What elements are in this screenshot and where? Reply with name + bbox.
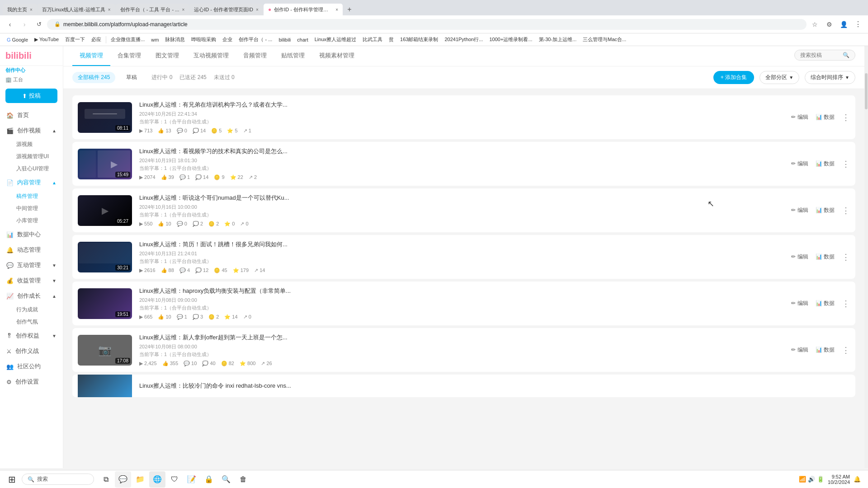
- sidebar-item-data[interactable]: 📊 数据中心: [0, 227, 63, 242]
- edit-btn-6[interactable]: ✏ 编辑: [791, 346, 808, 354]
- tab-1[interactable]: 我的主页 ×: [3, 4, 37, 15]
- address-bar[interactable]: 🔒 member.bilibili.com/platform/upload-ma…: [47, 19, 807, 30]
- bookmark-baidu[interactable]: 百度一下: [62, 35, 88, 44]
- video-title-7[interactable]: Linux擦人运维：比较冷门的命令 inxi redhat-lsb-core v…: [139, 382, 850, 390]
- edit-btn-3[interactable]: ✏ 编辑: [791, 206, 808, 214]
- sidebar-item-interactive[interactable]: 💬 互动管理 ▼: [0, 258, 63, 273]
- bookmark-ops[interactable]: 1000+运维录制看...: [486, 35, 535, 44]
- tab-2[interactable]: 百万Linux线人运维-运维工具 ×: [38, 4, 115, 15]
- taskbar-icon-chat[interactable]: 💬: [115, 471, 131, 488]
- more-btn-5[interactable]: ⋮: [842, 299, 850, 309]
- video-title-6[interactable]: Linux擦人运维：新人拿到offer超到第一天上班是一个怎...: [139, 333, 784, 342]
- video-title-5[interactable]: Linux擦人运维：haproxy负载均衡安装与配置（非常简单...: [139, 287, 784, 295]
- tab-3[interactable]: 创作平台（ - 工具 平台 - ... ×: [116, 4, 189, 15]
- bookmark-poor[interactable]: 贫: [386, 35, 397, 44]
- data-btn-3[interactable]: 📊 数据: [816, 206, 835, 214]
- more-btn-2[interactable]: ⋮: [842, 159, 850, 169]
- taskbar-icon-notes[interactable]: 📝: [184, 471, 200, 488]
- sidebar-item-growth[interactable]: 📈 创作成长 ▲: [0, 288, 63, 304]
- tab-audio-mgmt[interactable]: 音频管理: [236, 46, 274, 66]
- tab-article-mgmt[interactable]: 图文管理: [148, 46, 186, 66]
- bookmark-163[interactable]: 163邮箱结束录制: [397, 35, 441, 44]
- sidebar-sub-achievement[interactable]: 行为成就: [0, 304, 63, 316]
- tab-interactive-video[interactable]: 互动视频管理: [186, 46, 236, 66]
- sidebar-sub-draft[interactable]: 稿件管理: [0, 190, 63, 202]
- tab-collection-mgmt[interactable]: 合集管理: [110, 46, 148, 66]
- sound-icon[interactable]: 🔊: [808, 476, 815, 483]
- more-btn-1[interactable]: ⋮: [842, 113, 850, 122]
- filter-draft[interactable]: 草稿: [121, 72, 142, 83]
- sidebar-sub-source-mgmt[interactable]: 源视频管理UI: [0, 150, 63, 163]
- upload-button[interactable]: ⬆ 投稿: [5, 89, 57, 103]
- data-btn-6[interactable]: 📊 数据: [816, 346, 835, 354]
- sidebar-sub-settle[interactable]: 入驻心UI管理: [0, 163, 63, 175]
- filter-all[interactable]: 全部稿件 245: [72, 72, 115, 83]
- search-input[interactable]: [800, 52, 841, 58]
- more-btn-3[interactable]: ⋮: [842, 206, 850, 216]
- video-title-4[interactable]: Linux擦人运维：简历！面试！跳槽！很多兄弟问我如何...: [139, 240, 784, 249]
- tab-1-close[interactable]: ×: [30, 7, 33, 12]
- video-thumb-4[interactable]: 30:21: [78, 242, 132, 272]
- new-tab-btn[interactable]: +: [343, 4, 356, 15]
- video-title-1[interactable]: Linux擦人运维：有兄弟在培训机构学习么？或者在大学...: [139, 101, 784, 109]
- tab-2-close[interactable]: ×: [108, 7, 111, 12]
- tab-material-mgmt[interactable]: 视频素材管理: [312, 46, 362, 66]
- taskbar-search[interactable]: 🔍 搜索: [22, 474, 94, 485]
- edit-btn-4[interactable]: ✏ 编辑: [791, 253, 808, 261]
- data-btn-5[interactable]: 📊 数据: [816, 300, 835, 307]
- tab-4[interactable]: 运心ID - 创作者管理页面ID ×: [189, 4, 263, 15]
- reload-btn[interactable]: ↺: [33, 18, 45, 31]
- taskbar-icon-folder[interactable]: 📁: [132, 471, 148, 488]
- data-btn-2[interactable]: 📊 数据: [816, 160, 835, 168]
- sidebar-item-content[interactable]: 📄 内容管理 ▲: [0, 175, 63, 190]
- taskbar-icon-search2[interactable]: 🔍: [218, 471, 234, 488]
- tab-video-mgmt[interactable]: 视频管理: [72, 46, 110, 66]
- bookmark-hlh[interactable]: 哗啦啦采购: [188, 35, 219, 44]
- tab-5-close[interactable]: ×: [335, 7, 338, 12]
- sidebar-item-home[interactable]: 🏠 首页: [0, 108, 63, 123]
- network-icon[interactable]: 📶: [799, 476, 806, 483]
- sidebar-item-settings[interactable]: ⚙ 创作设置: [0, 374, 63, 389]
- bookmark-bing[interactable]: 必应: [88, 35, 104, 44]
- data-btn-4[interactable]: 📊 数据: [816, 253, 835, 261]
- bookmark-qw[interactable]: 企业微信直播...: [108, 35, 148, 44]
- data-btn-1[interactable]: 📊 数据: [816, 113, 835, 121]
- forward-btn[interactable]: ›: [18, 18, 31, 31]
- video-title-2[interactable]: Linux擦人运维：看视频学习的技术和真实的公司是怎么...: [139, 147, 784, 155]
- tab-3-close[interactable]: ×: [182, 7, 184, 12]
- extensions-btn[interactable]: ⚙: [823, 18, 835, 31]
- bookmark-chart[interactable]: chart: [294, 36, 311, 43]
- bookmark-elastic[interactable]: 三么管理与Mac合...: [580, 35, 629, 44]
- profile-btn[interactable]: 👤: [837, 18, 850, 31]
- bookmark-enterprise[interactable]: 企业: [219, 35, 236, 44]
- bookmark-more[interactable]: 第-30-加上运维...: [536, 35, 580, 44]
- taskbar-icon-chrome[interactable]: 🌐: [149, 471, 165, 488]
- video-thumb-6[interactable]: 📷 17:08: [78, 335, 132, 366]
- taskbar-icon-taskview[interactable]: ⧉: [98, 471, 114, 488]
- sidebar-item-video[interactable]: 🎬 创作视频 ▲: [0, 123, 63, 138]
- bookmark-google[interactable]: G Google: [4, 36, 31, 43]
- bookmark-creator[interactable]: 创作平台（ - ...: [236, 35, 275, 44]
- bookmark-youtube[interactable]: ▶ YouTube: [31, 36, 62, 43]
- video-thumb-3[interactable]: ▶ 05:27: [78, 195, 132, 226]
- tab-5[interactable]: ● 创作ID - 创作科学管理系统 ×: [264, 4, 343, 15]
- video-title-3[interactable]: Linux擦人运维：听说这个哥们numad是一个可以替代Ku...: [139, 194, 784, 202]
- video-thumb-5[interactable]: 19:51: [78, 288, 132, 319]
- scroll-thumb[interactable]: [865, 73, 868, 109]
- search-box[interactable]: 🔍: [794, 50, 855, 61]
- add-collection-btn[interactable]: + 添加合集: [713, 71, 754, 84]
- video-thumb-7[interactable]: [78, 375, 132, 397]
- battery-icon[interactable]: 🔋: [817, 476, 824, 483]
- tab-4-close[interactable]: ×: [256, 7, 259, 12]
- sidebar-item-battle[interactable]: ⚔ 创作义战: [0, 343, 63, 359]
- sidebar-sub-source[interactable]: 源视频: [0, 138, 63, 150]
- back-btn[interactable]: ‹: [4, 18, 16, 31]
- sidebar-sub-atmosphere[interactable]: 创作气氛: [0, 316, 63, 328]
- sidebar-sub-small[interactable]: 小库管理: [0, 215, 63, 227]
- sidebar-item-dynamic[interactable]: 🔔 动态管理: [0, 242, 63, 258]
- search-icon[interactable]: 🔍: [843, 52, 849, 58]
- bookmark-bitool[interactable]: 比武工具: [359, 35, 386, 44]
- edit-btn-5[interactable]: ✏ 编辑: [791, 300, 808, 307]
- bookmark-python[interactable]: 20241Python行...: [441, 35, 486, 44]
- bookmark-bili[interactable]: bilibili: [275, 36, 294, 43]
